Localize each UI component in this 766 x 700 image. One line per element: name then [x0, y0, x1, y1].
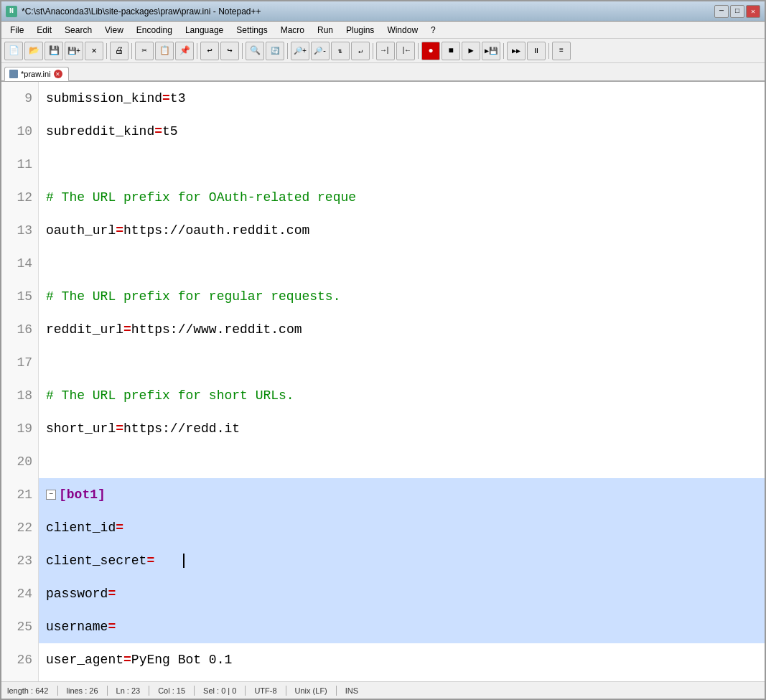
status-encoding: UTF-8 [254, 686, 276, 695]
zoom-in-button[interactable]: 🔎+ [291, 42, 309, 60]
macro-play-button[interactable]: ▶ [462, 42, 480, 60]
close-doc-button[interactable]: ✕ [85, 42, 103, 60]
run-button[interactable]: ▶▶ [507, 42, 526, 60]
status-sep-2 [107, 686, 108, 696]
status-length: length : 642 [7, 686, 49, 695]
replace-button[interactable]: 🔄 [266, 42, 284, 60]
code-line-19: short_url=https://redd.it [39, 412, 765, 445]
line13-val: https://oauth.reddit.com [123, 214, 309, 247]
status-sep-5 [245, 686, 246, 696]
macro-rec-button[interactable]: ● [421, 42, 440, 60]
line25-eq: = [108, 610, 116, 643]
cursor [183, 554, 185, 568]
collapse-button-21[interactable]: − [46, 490, 56, 500]
indent-button[interactable]: →| [376, 42, 395, 60]
menu-plugins[interactable]: Plugins [340, 24, 380, 37]
menubar: File Edit Search View Encoding Language … [1, 22, 765, 39]
line-num-11: 11 [7, 148, 32, 181]
code-line-18: # The URL prefix for short URLs. [39, 379, 765, 412]
line26-eq: = [123, 643, 131, 676]
unindent-button[interactable]: |← [396, 42, 415, 60]
code-content[interactable]: submission_kind=t3 subreddit_kind=t5 # T… [39, 82, 765, 681]
save-button[interactable]: 💾 [45, 42, 63, 60]
code-line-9: submission_kind=t3 [39, 82, 765, 115]
code-line-20 [39, 445, 765, 478]
cut-button[interactable]: ✂ [135, 42, 154, 60]
extra-btn[interactable]: ≡ [552, 42, 571, 60]
menu-edit[interactable]: Edit [31, 24, 57, 37]
status-line-ending: Unix (LF) [295, 686, 327, 695]
new-button[interactable]: 📄 [4, 42, 23, 60]
editor-area[interactable]: 9 10 11 12 13 14 15 16 17 18 19 20 21 22… [1, 82, 765, 681]
pause-button[interactable]: ⏸ [527, 42, 546, 60]
line24-key: password [46, 577, 108, 610]
toolbar: 📄 📂 💾 💾+ ✕ 🖨 ✂ 📋 📌 ↩ ↪ 🔍 🔄 🔎+ 🔎- ⇅ ↵ →| … [1, 39, 765, 63]
line-num-25: 25 [7, 610, 32, 643]
line19-key: short_url [46, 412, 116, 445]
line15-comment: # The URL prefix for regular requests. [46, 280, 340, 313]
line13-eq: = [116, 214, 123, 247]
print-button[interactable]: 🖨 [110, 42, 129, 60]
undo-button[interactable]: ↩ [200, 42, 219, 60]
line-num-9: 9 [7, 82, 32, 115]
toolbar-sep-4 [242, 43, 243, 59]
tab-praw-ini[interactable]: *praw.ini ✕ [4, 67, 69, 81]
zoom-out-button[interactable]: 🔎- [311, 42, 330, 60]
toolbar-sep-1 [106, 43, 107, 59]
sync-scroll-button[interactable]: ⇅ [331, 42, 350, 60]
line16-key: reddit_url [46, 313, 123, 346]
line25-key: username [46, 610, 108, 643]
menu-run[interactable]: Run [312, 24, 339, 37]
redo-button[interactable]: ↪ [220, 42, 239, 60]
menu-file[interactable]: File [4, 24, 29, 37]
tab-close-button[interactable]: ✕ [54, 70, 62, 78]
tab-bar: *praw.ini ✕ [1, 63, 765, 82]
menu-search[interactable]: Search [59, 24, 98, 37]
status-col: Col : 15 [158, 686, 185, 695]
line-num-10: 10 [7, 115, 32, 148]
line-num-17: 17 [7, 346, 32, 379]
close-button[interactable]: ✕ [746, 5, 760, 18]
wordwrap-button[interactable]: ↵ [351, 42, 370, 60]
toolbar-sep-9 [548, 43, 549, 59]
line23-eq: = [146, 544, 154, 577]
line-numbers: 9 10 11 12 13 14 15 16 17 18 19 20 21 22… [1, 82, 39, 681]
toolbar-sep-5 [287, 43, 288, 59]
line19-val: https://redd.it [123, 412, 240, 445]
status-sep-1 [57, 686, 58, 696]
line-num-24: 24 [7, 577, 32, 610]
line-num-15: 15 [7, 280, 32, 313]
code-line-16: reddit_url=https://www.reddit.com [39, 313, 765, 346]
code-line-10: subreddit_kind=t5 [39, 115, 765, 148]
window-title: *C:\st\Anaconda3\Lib\site-packages\praw\… [22, 6, 714, 17]
line23-space [154, 544, 183, 577]
minimize-button[interactable]: ─ [714, 5, 729, 18]
menu-window[interactable]: Window [381, 24, 424, 37]
open-button[interactable]: 📂 [24, 42, 43, 60]
line-num-14: 14 [7, 247, 32, 280]
macro-save-button[interactable]: ▶💾 [482, 42, 500, 60]
menu-encoding[interactable]: Encoding [131, 24, 178, 37]
menu-settings[interactable]: Settings [230, 24, 273, 37]
line-num-26: 26 [7, 643, 32, 676]
save-all-button[interactable]: 💾+ [65, 42, 83, 60]
status-sep-4 [194, 686, 195, 696]
menu-language[interactable]: Language [179, 24, 229, 37]
line10-val: t5 [162, 115, 178, 148]
menu-help[interactable]: ? [425, 24, 442, 37]
code-line-14 [39, 247, 765, 280]
menu-macro[interactable]: Macro [275, 24, 310, 37]
code-line-26: user_agent=PyEng Bot 0.1 [39, 643, 765, 676]
copy-button[interactable]: 📋 [155, 42, 174, 60]
maximize-button[interactable]: □ [730, 5, 744, 18]
macro-stop-button[interactable]: ■ [442, 42, 460, 60]
line9-val: t3 [170, 82, 186, 115]
window-controls: ─ □ ✕ [714, 5, 760, 18]
code-line-24: password= [39, 577, 765, 610]
menu-view[interactable]: View [99, 24, 129, 37]
find-button[interactable]: 🔍 [246, 42, 264, 60]
app-icon: N [6, 6, 17, 17]
line21-section: [bot1] [59, 478, 106, 511]
code-line-17 [39, 346, 765, 379]
paste-button[interactable]: 📌 [175, 42, 194, 60]
